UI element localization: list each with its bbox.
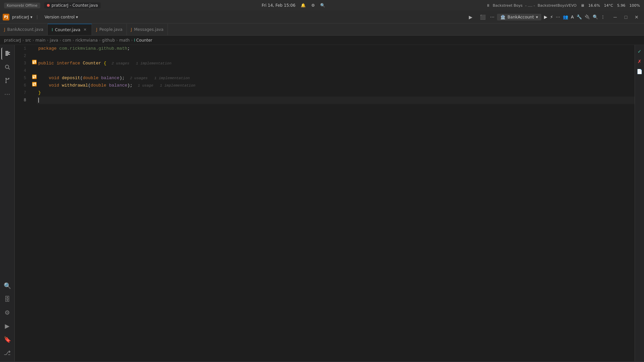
- svg-rect-1: [5, 52, 10, 53]
- translate-icon[interactable]: A: [571, 14, 574, 19]
- toolbar-more[interactable]: ⋯: [556, 14, 560, 19]
- activity-more[interactable]: ⋯: [1, 88, 13, 100]
- svg-rect-2: [5, 53, 9, 54]
- breadcrumb-counter[interactable]: ICounter: [134, 38, 152, 43]
- more-options-icon[interactable]: ⋯: [490, 14, 494, 19]
- activity-settings[interactable]: ⚙: [1, 306, 13, 318]
- datetime-display: Fri 14, Feb 15:06: [262, 3, 296, 8]
- tab-bankaccount[interactable]: J BankAccount.java: [0, 24, 48, 35]
- line-number-6: 6: [15, 82, 32, 89]
- editor-main[interactable]: 1 package com.rickmviana.github.math; 2 …: [15, 45, 635, 361]
- tab-counter[interactable]: I Counter.java ✕: [48, 24, 92, 35]
- komorebi-badge[interactable]: Komorebi Offline: [4, 3, 40, 8]
- music-info: Backstreet Boys: [493, 3, 523, 8]
- settings-icon[interactable]: ⚙: [311, 3, 315, 8]
- svg-line-6: [8, 68, 10, 69]
- activity-database[interactable]: 🗄: [1, 293, 13, 305]
- run-config-icon[interactable]: ▶: [544, 14, 547, 19]
- breadcrumb-github[interactable]: github: [102, 38, 115, 43]
- vc-label: Version control: [45, 15, 75, 19]
- activity-run[interactable]: ▶: [1, 320, 13, 332]
- tab-messages[interactable]: J Messages.java: [127, 24, 168, 35]
- breadcrumb-com[interactable]: com: [62, 38, 71, 43]
- pause-icon[interactable]: ⏸: [486, 3, 490, 8]
- breadcrumb-sep-1: ›: [22, 38, 24, 43]
- version-control-button[interactable]: Version control ▾: [42, 14, 81, 20]
- svg-point-9: [5, 82, 7, 83]
- tab-icon-people: J: [96, 27, 97, 32]
- tab-bar: J BankAccount.java I Counter.java ✕ J Pe…: [0, 23, 644, 36]
- line-number-5: 5: [15, 74, 32, 82]
- window-title-bar: praticarJ - Counter.java: [44, 2, 101, 8]
- activity-bookmark[interactable]: 🔖: [1, 333, 13, 345]
- music-track: BackstreetBoysVEVO: [538, 3, 577, 8]
- line-number-4: 4: [15, 67, 32, 74]
- code-line-5: 5 🔁 void deposit(double balance); 2 usag…: [15, 74, 635, 82]
- code-editor[interactable]: 1 package com.rickmviana.github.math; 2 …: [15, 45, 635, 361]
- notification-icon[interactable]: 🔔: [301, 3, 306, 8]
- window-dot: [47, 4, 50, 7]
- activity-git[interactable]: [1, 74, 13, 87]
- editor-container: 1 package com.rickmviana.github.math; 2 …: [15, 45, 644, 361]
- more-menu-icon[interactable]: ⋮: [601, 14, 605, 19]
- close-button[interactable]: ✕: [632, 12, 641, 22]
- breadcrumb-math[interactable]: math: [119, 38, 130, 43]
- search-icon-bar[interactable]: 🔍: [593, 14, 598, 19]
- code-line-6: 6 🔁 void withdrawal(double balance); 1 u…: [15, 82, 635, 89]
- system-bar-center: Fri 14, Feb 15:06 🔔 ⚙ 🔍: [262, 3, 325, 8]
- tools-icon[interactable]: 🔧: [577, 14, 582, 19]
- line-content-3: public interface Counter { 2 usages 1 im…: [37, 60, 635, 67]
- debug-icon[interactable]: ⚡: [550, 14, 553, 19]
- ide-logo: PJ: [3, 14, 9, 20]
- plugin-icon[interactable]: 🔌: [585, 14, 590, 19]
- code-line-7: 7 }: [15, 89, 635, 97]
- tab-people[interactable]: J People.java: [92, 24, 127, 35]
- screen-icon[interactable]: 🖥: [581, 3, 584, 8]
- line-content-6: void withdrawal(double balance); 1 usage…: [37, 82, 635, 89]
- line-number-1: 1: [15, 45, 32, 52]
- gutter-icon-6[interactable]: 🔁: [32, 82, 37, 87]
- bank-icon: 🏦: [500, 15, 505, 19]
- breadcrumb-praticarj[interactable]: praticarJ: [4, 38, 21, 43]
- main-layout: ⋯ 🔍 🗄 ⚙ ▶ 🔖 ⎇ 1 package com.rickmviana.g…: [0, 45, 644, 361]
- activity-git-branch[interactable]: ⎇: [1, 347, 13, 359]
- activity-explorer[interactable]: [1, 48, 13, 60]
- line-number-7: 7: [15, 89, 32, 97]
- people-icon[interactable]: 👥: [563, 14, 568, 19]
- file-icon[interactable]: 📄: [636, 68, 643, 75]
- tab-label-counter: Counter.java: [55, 28, 81, 32]
- activity-file-search[interactable]: 🔍: [1, 279, 13, 292]
- breadcrumb-src[interactable]: src: [25, 38, 31, 43]
- gutter-icon-3[interactable]: 🔁: [32, 60, 37, 65]
- breadcrumb-java[interactable]: java: [50, 38, 58, 43]
- gutter-icon-5[interactable]: 🔁: [32, 74, 37, 80]
- breadcrumb-bar: praticarJ › src › main › java › com › ri…: [0, 36, 644, 45]
- search-icon[interactable]: 🔍: [320, 3, 325, 8]
- window-title-text: praticarJ - Counter.java: [52, 3, 98, 8]
- maximize-button[interactable]: □: [621, 12, 631, 22]
- run-button[interactable]: ▶: [466, 12, 475, 22]
- titlebar-right: ▶ ⬛ ⋯ 🏦 BankAccount ▾ ▶ ⚡ ⋯ 👥 A 🔧 🔌 🔍 ⋮ …: [466, 12, 641, 22]
- project-chevron: ▾: [30, 15, 32, 19]
- tab-label-people: People.java: [99, 27, 122, 32]
- ide-titlebar: PJ praticarJ ▾ | Version control ▾ ▶ ⬛ ⋯…: [0, 11, 644, 23]
- system-bar-right: ⏸ Backstreet Boys - .... - BackstreetBoy…: [486, 3, 640, 8]
- activity-search[interactable]: [1, 61, 13, 73]
- battery-display: 5.96: [617, 3, 626, 8]
- checkmark-icon[interactable]: ✓: [636, 48, 643, 55]
- system-bar: Komorebi Offline praticarJ - Counter.jav…: [0, 0, 644, 11]
- cpu-usage: 16.6%: [588, 3, 600, 8]
- minimize-button[interactable]: ─: [610, 12, 620, 22]
- project-name: praticarJ: [12, 15, 29, 19]
- breadcrumb-main[interactable]: main: [36, 38, 46, 43]
- tab-close-counter[interactable]: ✕: [82, 27, 88, 33]
- bank-account-badge[interactable]: 🏦 BankAccount ▾: [497, 14, 541, 20]
- svg-point-5: [5, 65, 9, 68]
- project-selector[interactable]: praticarJ ▾: [12, 15, 32, 19]
- breadcrumb-rickmviana[interactable]: rickmviana: [76, 38, 98, 43]
- tab-icon-messages: J: [131, 27, 132, 32]
- error-icon[interactable]: ✗: [636, 58, 643, 65]
- stop-button[interactable]: ⬛: [478, 12, 487, 22]
- code-line-3: 3 🔁 public interface Counter { 2 usages …: [15, 60, 635, 67]
- interface-icon: I: [134, 38, 135, 43]
